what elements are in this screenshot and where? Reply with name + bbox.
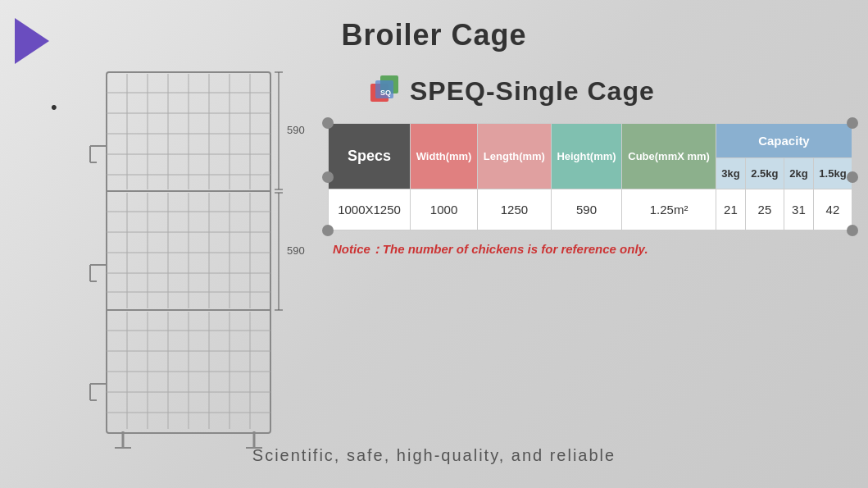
corner-br xyxy=(847,225,858,236)
th-width: Width(mm) xyxy=(411,124,478,189)
right-content: SQ SPEQ-Single Cage Specs Width(mm) Leng… xyxy=(328,74,852,258)
th-length: Length(mm) xyxy=(478,124,552,189)
bullet-point: • xyxy=(51,97,57,118)
cube-icon: SQ xyxy=(369,74,403,108)
svg-text:590: 590 xyxy=(287,244,305,257)
th-capacity: Capacity xyxy=(716,124,852,158)
svg-text:590: 590 xyxy=(287,124,305,136)
th-specs: Specs xyxy=(329,124,411,189)
svg-text:SQ: SQ xyxy=(380,89,391,97)
td-cap3kg: 21 xyxy=(716,189,745,230)
td-length: 1250 xyxy=(478,189,552,230)
td-cap25kg: 25 xyxy=(745,189,784,230)
speq-header: SQ SPEQ-Single Cage xyxy=(369,74,852,108)
corner-bl xyxy=(322,225,334,236)
corner-tr xyxy=(847,117,858,129)
td-height: 590 xyxy=(551,189,622,230)
table-wrapper: Specs Width(mm) Length(mm) Height(mm) Cu… xyxy=(328,123,852,230)
td-specs: 1000X1250 xyxy=(329,189,411,230)
corner-tl xyxy=(322,117,334,129)
notice-text: Notice：The number of chickens is for ref… xyxy=(333,242,852,258)
td-cap15kg: 42 xyxy=(813,189,852,230)
th-cube: Cube(mmX mm) xyxy=(622,124,716,189)
cage-diagram: 590 590 1000 xyxy=(82,64,311,449)
mid-circle-right xyxy=(847,171,858,183)
table-row: 1000X1250 1000 1250 590 1.25m² 21 25 31 … xyxy=(329,189,852,230)
th-cap3kg: 3kg xyxy=(716,158,745,189)
td-cube: 1.25m² xyxy=(622,189,716,230)
td-cap2kg: 31 xyxy=(784,189,813,230)
footer-text: Scientific, safe, high-quality, and reli… xyxy=(0,446,868,465)
th-cap15kg: 1.5kg xyxy=(813,158,852,189)
th-height: Height(mm) xyxy=(551,124,622,189)
specs-table: Specs Width(mm) Length(mm) Height(mm) Cu… xyxy=(328,123,852,230)
th-cap2kg: 2kg xyxy=(784,158,813,189)
mid-circle-left xyxy=(322,171,334,183)
arrow-icon xyxy=(15,18,49,64)
page-title: Broiler Cage xyxy=(0,0,868,52)
th-cap25kg: 2.5kg xyxy=(745,158,784,189)
speq-title: SPEQ-Single Cage xyxy=(410,76,655,107)
td-width: 1000 xyxy=(411,189,478,230)
